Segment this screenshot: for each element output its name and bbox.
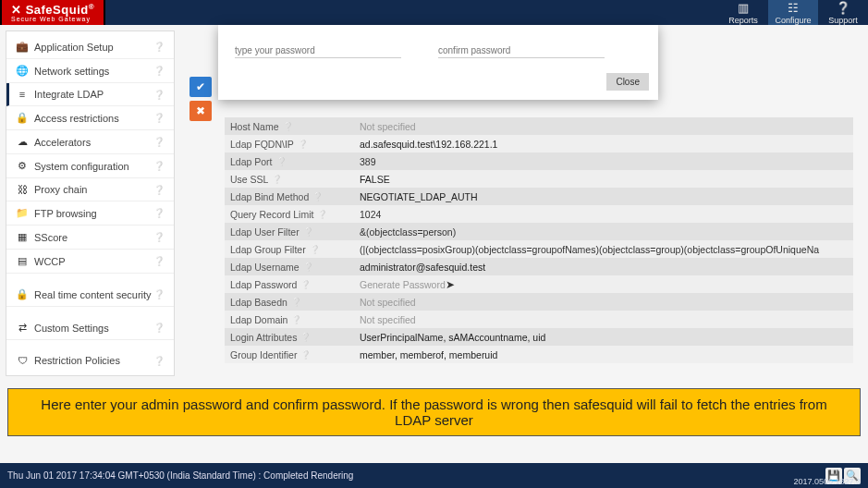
form-value: UserPrincipalName, sAMAccountname, uid bbox=[354, 332, 853, 343]
help-icon[interactable]: ❔ bbox=[153, 356, 165, 366]
help-icon[interactable]: ❔ bbox=[291, 315, 301, 324]
sidebar-label: Accelerators bbox=[34, 137, 91, 148]
form-value: 389 bbox=[354, 156, 853, 167]
form-value: &(objectclass=person) bbox=[354, 226, 853, 238]
form-value: NEGOTIATE_LDAP_AUTH bbox=[354, 191, 853, 202]
help-icon[interactable]: ❔ bbox=[272, 175, 282, 184]
sidebar-label: System configuration bbox=[34, 161, 129, 172]
topbar-right: ▥Reports ☷Configure ❔Support bbox=[718, 0, 868, 25]
brand-tagline: Secure Web Gateway bbox=[11, 16, 94, 22]
help-icon[interactable]: ❔ bbox=[317, 210, 327, 219]
form-label: Group Identifier ❔ bbox=[225, 349, 354, 360]
help-icon[interactable]: ❔ bbox=[153, 137, 165, 147]
sidebar-icon: ☁ bbox=[16, 136, 29, 148]
help-icon[interactable]: ❔ bbox=[153, 289, 165, 299]
help-icon[interactable]: ❔ bbox=[300, 333, 311, 342]
sidebar-label: SScore bbox=[34, 232, 67, 243]
form-label: Ldap Port ❔ bbox=[225, 156, 354, 167]
sidebar-item[interactable]: 📁FTP browsing❔ bbox=[6, 201, 174, 226]
sidebar-label: Restriction Policies bbox=[34, 355, 120, 366]
status-text: Thu Jun 01 2017 17:34:04 GMT+0530 (India… bbox=[7, 470, 353, 481]
sidebar-icon: 📁 bbox=[16, 207, 29, 219]
help-icon[interactable]: ❔ bbox=[153, 208, 165, 218]
help-icon[interactable]: ❔ bbox=[303, 227, 313, 237]
password-modal: Close bbox=[218, 25, 658, 100]
form-value: Not specified bbox=[354, 314, 853, 325]
sidebar-item[interactable]: ▦SScore❔ bbox=[6, 226, 174, 250]
form-value: Generate Password➤ bbox=[354, 278, 853, 291]
sidebar-item[interactable]: 💼Application Setup❔ bbox=[6, 35, 174, 59]
help-icon[interactable]: ❔ bbox=[153, 185, 165, 195]
send-icon[interactable]: ➤ bbox=[446, 278, 455, 291]
sidebar-icon: ▤ bbox=[16, 255, 29, 267]
sidebar-item[interactable]: ⛓Proxy chain❔ bbox=[6, 178, 174, 201]
form-value: 1024 bbox=[354, 209, 853, 220]
form-label: Use SSL ❔ bbox=[225, 174, 354, 185]
action-buttons: ✔ ✖ bbox=[189, 77, 212, 125]
help-icon[interactable]: ❔ bbox=[303, 262, 313, 272]
sidebar-item[interactable]: ⚙System configuration❔ bbox=[6, 154, 174, 178]
sidebar-icon: ⛓ bbox=[16, 184, 29, 195]
form-row: Use SSL ❔FALSE bbox=[225, 170, 853, 188]
nav-reports[interactable]: ▥Reports bbox=[718, 0, 768, 25]
sidebar-item[interactable]: ≡Integrate LDAP❔ bbox=[6, 83, 174, 106]
nav-configure[interactable]: ☷Configure bbox=[768, 0, 818, 25]
form-value: Not specified bbox=[354, 121, 853, 132]
ldap-form: Host Name ❔Not specifiedLdap FQDN\IP ❔ad… bbox=[225, 117, 853, 363]
help-icon[interactable]: ❔ bbox=[300, 280, 311, 289]
instruction-caption: Here enter your admin password and confi… bbox=[7, 388, 861, 436]
sidebar-label: Application Setup bbox=[34, 42, 114, 53]
topbar: ✕ SafeSquid® Secure Web Gateway ▥Reports… bbox=[0, 0, 868, 25]
help-icon[interactable]: ❔ bbox=[153, 256, 165, 266]
form-label: Ldap Bind Method ❔ bbox=[225, 191, 354, 202]
help-icon[interactable]: ❔ bbox=[276, 157, 287, 166]
help-icon[interactable]: ❔ bbox=[291, 298, 301, 307]
form-label: Ldap Domain ❔ bbox=[225, 314, 354, 325]
sidebar-icon: ▦ bbox=[16, 231, 29, 243]
form-row: Ldap Bind Method ❔NEGOTIATE_LDAP_AUTH bbox=[225, 188, 853, 205]
help-icon[interactable]: ❔ bbox=[300, 350, 311, 360]
sidebar-label: Access restrictions bbox=[34, 113, 119, 124]
sidebar-item[interactable]: 🛡Restriction Policies❔ bbox=[6, 349, 174, 372]
help-icon[interactable]: ❔ bbox=[153, 66, 165, 76]
form-label: Query Record Limit ❔ bbox=[225, 209, 354, 220]
sliders-icon: ☷ bbox=[788, 1, 799, 15]
help-icon[interactable]: ❔ bbox=[310, 245, 320, 254]
confirm-password-input[interactable] bbox=[438, 43, 605, 58]
sidebar-icon: 💼 bbox=[16, 41, 29, 53]
help-icon[interactable]: ❔ bbox=[153, 323, 165, 333]
sidebar-label: Proxy chain bbox=[34, 184, 87, 195]
form-row: Ldap Group Filter ❔(|(objectclass=posixG… bbox=[225, 240, 853, 258]
help-icon[interactable]: ❔ bbox=[153, 113, 165, 123]
form-label: Host Name ❔ bbox=[225, 121, 354, 132]
sidebar-item[interactable]: 🔒Real time content security❔ bbox=[6, 283, 174, 307]
help-icon[interactable]: ❔ bbox=[153, 42, 165, 52]
sidebar-item[interactable]: 🔒Access restrictions❔ bbox=[6, 106, 174, 130]
bar-chart-icon: ▥ bbox=[738, 1, 749, 15]
form-row: Ldap Domain ❔Not specified bbox=[225, 311, 853, 328]
cancel-button[interactable]: ✖ bbox=[189, 101, 212, 121]
form-value: administrator@safesquid.test bbox=[354, 262, 853, 273]
form-row: Group Identifier ❔member, memberof, memb… bbox=[225, 346, 853, 363]
help-icon[interactable]: ❔ bbox=[153, 90, 165, 100]
form-value: member, memberof, memberuid bbox=[354, 349, 853, 360]
help-icon[interactable]: ❔ bbox=[312, 192, 323, 201]
help-icon[interactable]: ❔ bbox=[153, 232, 165, 242]
sidebar-item[interactable]: 🌐Network settings❔ bbox=[6, 59, 174, 83]
sidebar-item[interactable]: ☁Accelerators❔ bbox=[6, 130, 174, 154]
close-button[interactable]: Close bbox=[606, 73, 649, 91]
form-label: Ldap Password ❔ bbox=[225, 279, 354, 290]
password-input[interactable] bbox=[235, 43, 401, 58]
form-row: Ldap Password ❔Generate Password➤ bbox=[225, 275, 853, 293]
sidebar-icon: 🌐 bbox=[16, 65, 29, 77]
help-icon[interactable]: ❔ bbox=[283, 122, 293, 131]
nav-support[interactable]: ❔Support bbox=[818, 0, 868, 25]
help-icon[interactable]: ❔ bbox=[298, 140, 308, 149]
check-button[interactable]: ✔ bbox=[189, 77, 212, 97]
sidebar-icon: 🔒 bbox=[16, 112, 29, 124]
sidebar-item[interactable]: ⇄Custom Settings❔ bbox=[6, 316, 174, 340]
help-icon[interactable]: ❔ bbox=[153, 161, 165, 171]
form-value: Not specified bbox=[354, 297, 853, 308]
sidebar-label: FTP browsing bbox=[34, 208, 97, 219]
sidebar-item[interactable]: ▤WCCP❔ bbox=[6, 250, 174, 274]
